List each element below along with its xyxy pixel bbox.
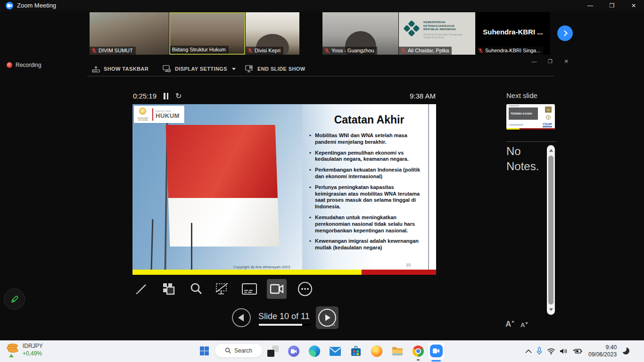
slide-bullet: Mobilitas WNI dan WNA setelah masa pande… bbox=[309, 132, 426, 146]
previous-slide-button[interactable] bbox=[232, 308, 251, 327]
notes-scrollbar[interactable] bbox=[547, 145, 555, 315]
slide-bullet: Perkembangan kekuatan Indonesia (politik… bbox=[309, 167, 426, 180]
battery-icon[interactable] bbox=[572, 348, 582, 354]
stock-symbol: IDRJPY bbox=[23, 343, 43, 349]
more-options-button[interactable] bbox=[295, 279, 315, 299]
flagpole bbox=[151, 219, 154, 270]
volume-icon[interactable] bbox=[560, 348, 568, 354]
magnifier-icon bbox=[189, 282, 203, 296]
slide-progress-bar bbox=[259, 324, 311, 326]
participant-name-label: Yosa - Guangzhou bbox=[322, 47, 377, 55]
current-slide: UNIVERSITAS INDONESIA FAKULTAS HUKUM Cat… bbox=[132, 104, 436, 275]
pen-tool-button[interactable] bbox=[132, 279, 151, 299]
current-time: 9:38 AM bbox=[408, 92, 436, 100]
recording-dot-icon bbox=[7, 62, 12, 68]
camera-toggle-button[interactable] bbox=[267, 279, 287, 299]
show-taskbar-button[interactable]: SHOW TASKBAR bbox=[92, 64, 149, 74]
stock-change: +0,49% bbox=[23, 350, 43, 357]
pen-icon bbox=[134, 282, 149, 296]
teams-chat-button[interactable] bbox=[288, 345, 300, 357]
start-button[interactable] bbox=[200, 346, 209, 355]
zoom-taskbar-button[interactable] bbox=[427, 342, 445, 360]
firefox-button[interactable] bbox=[371, 345, 383, 357]
recording-indicator: Recording bbox=[7, 62, 41, 68]
scroll-up-icon[interactable] bbox=[549, 149, 553, 152]
system-tray: 9:40 09/06/2023 bbox=[525, 340, 630, 362]
participant-tile[interactable]: KEMENTERIAN KETENAGAKERJAAN REPUBLIK IND… bbox=[399, 12, 475, 55]
file-explorer-button[interactable] bbox=[391, 345, 404, 357]
slide-page-number: 10 bbox=[406, 263, 411, 267]
captions-button[interactable] bbox=[239, 279, 259, 299]
elapsed-timer: 0:25:19 bbox=[133, 92, 157, 100]
edge-browser-button[interactable] bbox=[308, 345, 321, 357]
presenter-close-button[interactable]: ✕ bbox=[559, 57, 573, 66]
screen: Zoom Meeting — ❐ ✕ DIVIM SUMUT Bidang St… bbox=[0, 0, 644, 362]
pencil-icon bbox=[9, 294, 20, 304]
pause-timer-button[interactable] bbox=[164, 93, 169, 99]
restart-timer-button[interactable]: ↻ bbox=[175, 91, 182, 100]
close-button[interactable]: ✕ bbox=[626, 0, 641, 11]
scrollbar-thumb[interactable] bbox=[548, 156, 553, 304]
recording-label: Recording bbox=[16, 62, 41, 68]
next-slide-button[interactable]: ↔ bbox=[316, 306, 339, 329]
next-slide-label: Next slide bbox=[506, 91, 537, 99]
restore-button[interactable]: ❐ bbox=[604, 0, 619, 11]
thumbnail-title: TERIMA KASIH bbox=[509, 107, 538, 120]
tray-chevron-up-icon[interactable] bbox=[525, 349, 532, 354]
presenter-restore-button[interactable]: ❐ bbox=[543, 57, 557, 66]
participant-name-label: Ali Chaidar, Pptka bbox=[399, 47, 452, 55]
tray-clock[interactable]: 9:40 09/06/2023 bbox=[588, 344, 617, 358]
arrow-up-icon bbox=[9, 354, 14, 357]
muted-mic-icon bbox=[401, 48, 406, 53]
increase-font-button[interactable]: A bbox=[505, 320, 514, 329]
participant-name-label: Suhendra-KBRI Singa... bbox=[476, 47, 543, 55]
chrome-button[interactable] bbox=[412, 345, 424, 357]
wifi-icon[interactable] bbox=[547, 348, 555, 354]
microsoft-store-button[interactable] bbox=[350, 345, 362, 357]
caret-up-icon bbox=[512, 321, 514, 322]
participant-tile-camera-off[interactable]: Suhendra-KBRI ... Suhendra-KBRI Singa... bbox=[476, 12, 550, 55]
search-box[interactable]: Search bbox=[215, 343, 263, 358]
slide-copyright: Copyright @ Arie Afriansyah 2023 bbox=[233, 265, 290, 269]
zoom-app-icon bbox=[6, 2, 13, 9]
slide-title: Catatan Akhir bbox=[302, 114, 436, 126]
zoom-slide-button[interactable] bbox=[186, 279, 206, 299]
slide-bullet: Kewenangan imigrasi adalah kewenangan mu… bbox=[309, 238, 426, 251]
arrow-right-icon bbox=[325, 314, 330, 321]
indonesian-flag bbox=[165, 125, 279, 247]
blackout-screen-icon bbox=[215, 282, 230, 296]
presenter-minimize-button[interactable]: — bbox=[527, 57, 541, 66]
do-not-disturb-moon-icon[interactable] bbox=[622, 347, 630, 355]
see-all-slides-button[interactable] bbox=[159, 279, 179, 299]
participant-tile[interactable]: Divisi Kepri bbox=[246, 12, 299, 55]
caret-down-icon bbox=[525, 322, 528, 324]
next-slide-thumbnail[interactable]: TERIMA KASIH 11 CSOP bbox=[506, 104, 555, 130]
toolbar-divider bbox=[87, 76, 554, 76]
next-participants-button[interactable] bbox=[557, 25, 573, 41]
ellipsis-icon bbox=[297, 281, 313, 297]
participant-tile-active-speaker[interactable]: Bidang Struktur Hukum bbox=[169, 12, 245, 55]
store-icon bbox=[351, 346, 361, 356]
black-screen-button[interactable] bbox=[212, 279, 232, 299]
scroll-down-icon[interactable] bbox=[549, 308, 553, 311]
taskbar-icon bbox=[92, 66, 100, 73]
captions-icon bbox=[241, 282, 257, 296]
minimize-button[interactable]: — bbox=[583, 0, 598, 11]
task-view-button[interactable] bbox=[267, 345, 279, 357]
taskbar-widget[interactable]: IDRJPY +0,49% bbox=[7, 343, 43, 359]
participant-tile[interactable]: DIVIM SUMUT bbox=[90, 12, 169, 55]
end-slide-show-button[interactable]: END SLIDE SHOW bbox=[245, 64, 305, 74]
microphone-icon[interactable] bbox=[536, 347, 543, 355]
decrease-font-button[interactable]: A bbox=[520, 320, 528, 329]
folder-icon bbox=[392, 346, 403, 356]
participant-tile[interactable]: Yosa - Guangzhou bbox=[322, 12, 398, 55]
mail-button[interactable] bbox=[329, 345, 341, 357]
participant-name-label: Bidang Struktur Hukum bbox=[170, 46, 229, 54]
slide-bullet-list: Mobilitas WNI dan WNA setelah masa pande… bbox=[309, 132, 426, 251]
arrow-left-icon bbox=[238, 314, 244, 321]
mail-icon bbox=[330, 347, 341, 356]
display-settings-button[interactable]: DISPLAY SETTINGS bbox=[163, 64, 236, 74]
thumbnail-csop-logo: CSOP bbox=[543, 123, 552, 127]
firefox-icon bbox=[371, 346, 382, 357]
annotate-button[interactable] bbox=[4, 288, 25, 310]
